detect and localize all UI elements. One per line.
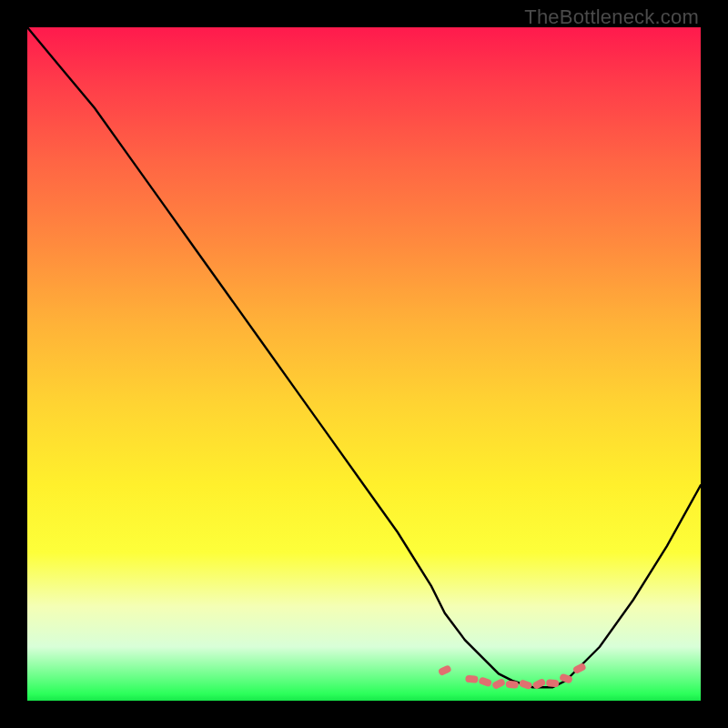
optimal-marker <box>465 675 479 683</box>
chart-svg <box>27 27 701 701</box>
optimal-marker <box>478 676 492 687</box>
plot-area <box>27 27 701 701</box>
optimal-marker <box>491 678 506 690</box>
optimal-marker <box>438 664 452 676</box>
chart-frame: TheBottleneck.com <box>0 0 728 728</box>
optimal-marker <box>519 679 533 690</box>
watermark-text: TheBottleneck.com <box>524 5 699 29</box>
optimal-markers <box>438 662 587 690</box>
bottleneck-curve <box>27 27 701 687</box>
